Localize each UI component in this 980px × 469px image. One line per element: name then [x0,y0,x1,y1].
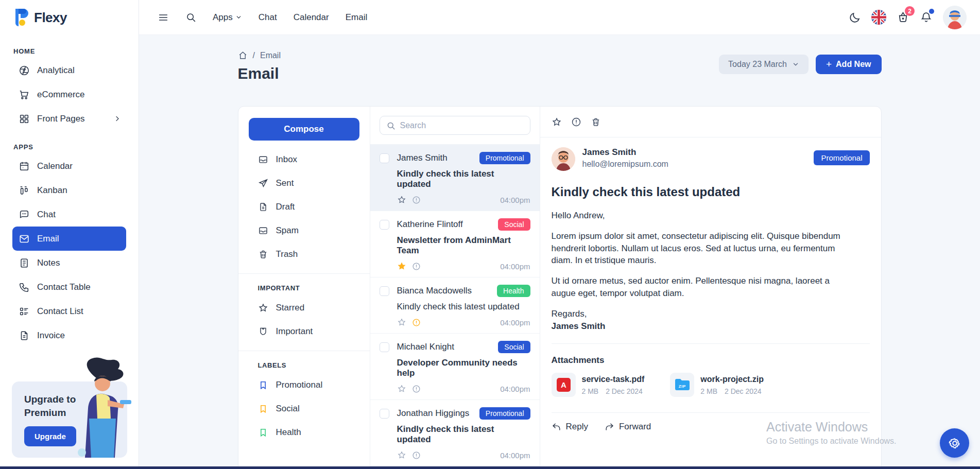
mail-list-item[interactable]: Michael Knight Social Developer Communit… [370,334,540,400]
sidebar-item-calendar[interactable]: Calendar [12,154,126,178]
sidebar-item-chat[interactable]: Chat [12,202,126,227]
star-icon[interactable] [397,450,406,460]
star-icon[interactable] [397,318,406,327]
mail-time: 04:00pm [500,385,530,393]
notifications-bell-icon[interactable] [920,11,933,24]
trash-icon [258,249,268,259]
star-icon[interactable] [397,384,406,393]
settings-fab[interactable] [940,428,969,458]
greeting: Hello Andrew, [552,210,870,222]
folder-sent[interactable]: Sent [249,171,359,195]
page-title: Email [238,65,281,82]
mail-list-item[interactable]: Katherine Flintoff Social Newsletter fro… [370,211,540,277]
sidebar-item-contact-list[interactable]: Contact List [12,299,126,323]
sidebar-item-notes[interactable]: Notes [12,251,126,275]
mail-list-item[interactable]: Bianca Macdowells Health Kindly check th… [370,277,540,334]
cart-badge: 2 [905,6,915,16]
mail-search[interactable] [380,116,530,135]
hamburger-menu-icon[interactable] [158,12,169,23]
folder-important[interactable]: Important [249,320,359,343]
mail-checkbox[interactable] [380,342,389,352]
mail-time: 04:00pm [500,451,530,460]
sidebar-item-ecommerce[interactable]: eCommerce [12,82,126,107]
language-flag-icon[interactable] [871,10,886,25]
star-icon[interactable] [397,195,406,204]
mail-subject: Kindly check this latest updated [397,424,530,445]
home-icon[interactable] [238,50,248,60]
mail-subject: Kindly check this latest updated [397,302,530,312]
bookmark-icon [258,404,268,414]
important-info-icon[interactable] [412,385,421,393]
cart-basket-icon[interactable]: 2 [897,11,909,24]
sidebar-item-kanban[interactable]: Kanban [12,178,126,202]
date-filter-button[interactable]: Today 23 March [719,55,809,74]
reply-button[interactable]: Reply [552,422,588,432]
attachment-zip[interactable]: ZIP work-project.zip 2 MB 2 Dec 2024 [670,373,764,397]
star-icon[interactable] [397,262,406,271]
important-info-icon[interactable] [412,451,421,460]
sidebar-item-front-pages[interactable]: Front Pages [12,107,126,131]
mail-badge: Social [498,341,530,353]
folder-trash[interactable]: Trash [249,242,359,266]
sidebar-item-contact-table[interactable]: Contact Table [12,275,126,299]
sidebar-item-label: Calendar [37,161,73,171]
label-health[interactable]: Health [249,421,359,444]
mail-checkbox[interactable] [380,153,389,163]
forward-button[interactable]: Forward [605,422,651,432]
mail-sender: James Smith [397,153,448,163]
brand-logo[interactable]: Flexy [0,0,139,35]
label-name: Health [276,427,301,438]
folder-starred[interactable]: Starred [249,296,359,320]
sidebar-nav: HOME Analytical eCommerce Front Pages AP… [0,47,139,348]
pdf-file-icon: A [552,373,576,397]
folder-inbox[interactable]: Inbox [249,148,359,171]
star-icon[interactable] [552,117,562,127]
sidebar-item-email[interactable]: Email [12,227,126,251]
sidebar-item-analytical[interactable]: Analytical [12,58,126,82]
important-info-icon[interactable] [412,262,421,271]
label-social[interactable]: Social [249,397,359,421]
mail-list-item[interactable]: James Smith Promotional Kindly check thi… [370,145,540,211]
label-name: Social [276,404,300,414]
chat-icon [19,209,30,220]
notes-icon [19,257,30,269]
breadcrumb-page: Email [260,51,281,60]
star-icon [258,303,268,313]
attachment-pdf[interactable]: A service-task.pdf 2 MB 2 Dec 2024 [552,373,645,397]
body-paragraph: Lorem ipsum dolor sit amet, consectetur … [552,230,855,267]
mail-checkbox[interactable] [380,220,389,230]
user-avatar[interactable] [943,6,967,29]
compose-button[interactable]: Compose [249,118,359,141]
topnav-chat[interactable]: Chat [259,12,277,23]
topnav-calendar[interactable]: Calendar [294,12,329,23]
folder-spam[interactable]: Spam [249,219,359,242]
mail-badge: Health [497,285,530,297]
important-info-icon[interactable] [412,318,421,327]
important-info-icon[interactable] [571,117,581,127]
signature: James Smith [552,320,870,333]
label-promotional[interactable]: Promotional [249,373,359,397]
important-info-icon[interactable] [412,196,421,204]
file-icon [19,330,30,341]
topnav-email[interactable]: Email [346,12,368,23]
important-section-title: IMPORTANT [258,284,359,292]
topnav-apps-label: Apps [213,12,233,23]
topnav-apps[interactable]: Apps [213,12,242,23]
trash-icon[interactable] [591,117,601,127]
grid-icon [19,113,30,125]
add-new-button[interactable]: + Add New [816,55,882,74]
mail-list-item[interactable]: Jonathan Higgings Promotional Kindly che… [370,400,540,466]
sidebar-item-label: Notes [37,258,60,268]
taskbar-edge [0,466,980,469]
sidebar-item-label: Front Pages [37,114,106,124]
topbar: Apps Chat Calendar Email 2 [139,0,980,35]
detail-sender-name: James Smith [582,147,668,158]
search-icon[interactable] [185,12,196,23]
mail-checkbox[interactable] [380,286,389,296]
detail-badge: Promotional [814,150,869,165]
mail-checkbox[interactable] [380,409,389,419]
folder-draft[interactable]: Draft [249,195,359,219]
dark-mode-moon-icon[interactable] [849,11,861,24]
sidebar-item-invoice[interactable]: Invoice [12,323,126,348]
search-input[interactable] [400,121,524,130]
